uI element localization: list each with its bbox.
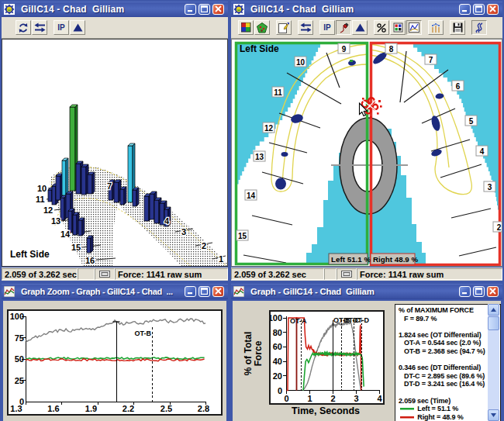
svg-text:1.3: 1.3 — [10, 404, 22, 413]
svg-text:OT-A: OT-A — [290, 317, 307, 325]
svg-text:11: 11 — [274, 88, 282, 97]
svg-text:OT-B: OT-B — [135, 330, 152, 337]
svg-text:15: 15 — [238, 232, 247, 240]
svg-text:1.6: 1.6 — [47, 404, 59, 413]
svg-text:2: 2 — [330, 394, 335, 403]
svg-text:2: 2 — [497, 223, 502, 232]
svg-text:6: 6 — [456, 82, 461, 91]
svg-text:25: 25 — [15, 376, 24, 385]
svg-text:12: 12 — [264, 124, 274, 133]
svg-text:7: 7 — [429, 56, 433, 64]
svg-text:1.9: 1.9 — [85, 404, 97, 413]
svg-text:2.5: 2.5 — [161, 404, 172, 413]
svg-text:80: 80 — [273, 328, 282, 337]
svg-text:13: 13 — [255, 153, 264, 161]
svg-text:1: 1 — [219, 254, 223, 264]
svg-text:5: 5 — [469, 117, 474, 126]
svg-text:Right 48.9 %: Right 48.9 % — [373, 255, 419, 264]
svg-text:7: 7 — [107, 181, 112, 191]
svg-text:Left 51.1 %: Left 51.1 % — [331, 255, 371, 264]
svg-text:75: 75 — [15, 333, 24, 343]
svg-text:9: 9 — [342, 45, 347, 53]
svg-text:3: 3 — [181, 227, 186, 236]
svg-text:4: 4 — [377, 394, 382, 403]
svg-text:11: 11 — [36, 195, 45, 204]
svg-text:100: 100 — [271, 313, 282, 323]
svg-text:14: 14 — [247, 192, 256, 200]
svg-text:12: 12 — [43, 205, 53, 215]
svg-text:Left Side: Left Side — [240, 43, 279, 54]
svg-text:100: 100 — [10, 312, 24, 321]
svg-text:10: 10 — [296, 58, 306, 67]
svg-text:14: 14 — [60, 229, 71, 239]
svg-text:15: 15 — [71, 243, 81, 252]
svg-text:1: 1 — [307, 394, 312, 403]
svg-text:DT-D: DT-D — [353, 316, 369, 324]
svg-text:2.8: 2.8 — [198, 404, 209, 413]
svg-text:2: 2 — [202, 241, 206, 250]
svg-text:0: 0 — [278, 386, 282, 395]
svg-text:40: 40 — [273, 357, 282, 366]
svg-text:10: 10 — [37, 184, 47, 193]
svg-text:4: 4 — [164, 216, 170, 226]
svg-text:50: 50 — [15, 354, 24, 364]
svg-text:20: 20 — [273, 371, 282, 381]
svg-text:3: 3 — [354, 394, 358, 403]
svg-text:8: 8 — [389, 45, 394, 53]
svg-text:2.2: 2.2 — [123, 404, 134, 413]
svg-text:0: 0 — [284, 394, 288, 403]
svg-text:13: 13 — [51, 216, 60, 226]
svg-text:4: 4 — [480, 147, 485, 156]
svg-text:Left Side: Left Side — [10, 249, 50, 260]
svg-text:3: 3 — [488, 183, 492, 192]
svg-text:60: 60 — [273, 342, 282, 351]
svg-text:16: 16 — [85, 256, 95, 265]
